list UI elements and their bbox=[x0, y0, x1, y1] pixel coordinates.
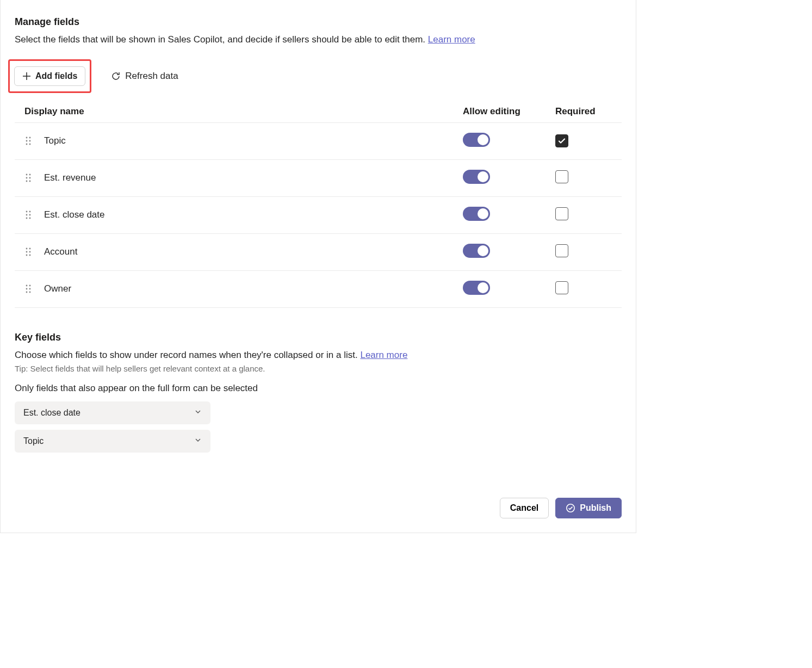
allow-editing-toggle[interactable] bbox=[463, 207, 490, 221]
svg-point-5 bbox=[29, 140, 31, 142]
drag-handle-icon[interactable] bbox=[24, 284, 32, 294]
key-fields-title: Key fields bbox=[15, 332, 622, 343]
svg-point-16 bbox=[26, 214, 28, 216]
key-fields-tip: Tip: Select fields that will help seller… bbox=[15, 364, 622, 373]
key-fields-desc-text: Choose which fields to show under record… bbox=[15, 350, 360, 360]
field-name: Est. close date bbox=[44, 209, 105, 220]
svg-point-15 bbox=[29, 211, 31, 213]
field-name: Owner bbox=[44, 283, 71, 294]
svg-point-10 bbox=[26, 177, 28, 179]
svg-point-12 bbox=[26, 181, 28, 182]
key-fields-desc: Choose which fields to show under record… bbox=[15, 349, 622, 362]
drag-handle-icon[interactable] bbox=[24, 136, 32, 146]
key-learn-more-link[interactable]: Learn more bbox=[360, 350, 407, 360]
chevron-down-icon bbox=[194, 408, 202, 418]
refresh-icon bbox=[111, 71, 121, 81]
svg-point-21 bbox=[29, 248, 31, 250]
manage-fields-title: Manage fields bbox=[15, 16, 622, 28]
manage-learn-more-link[interactable]: Learn more bbox=[428, 34, 475, 45]
chevron-down-icon bbox=[194, 436, 202, 446]
allow-editing-toggle[interactable] bbox=[463, 170, 490, 184]
allow-editing-toggle[interactable] bbox=[463, 133, 490, 147]
table-row: Topic bbox=[15, 122, 622, 159]
drag-handle-icon[interactable] bbox=[24, 210, 32, 220]
svg-point-24 bbox=[26, 255, 28, 256]
svg-point-7 bbox=[29, 144, 31, 145]
svg-point-26 bbox=[26, 285, 28, 287]
required-checkbox[interactable] bbox=[555, 170, 568, 183]
fields-table: Display name Allow editing Required Topi… bbox=[15, 101, 622, 308]
svg-point-13 bbox=[29, 181, 31, 182]
svg-point-9 bbox=[29, 174, 31, 176]
field-name: Est. revenue bbox=[44, 172, 96, 183]
svg-point-17 bbox=[29, 214, 31, 216]
table-row: Est. close date bbox=[15, 196, 622, 233]
svg-point-2 bbox=[26, 137, 28, 139]
cancel-button[interactable]: Cancel bbox=[500, 498, 549, 518]
key-field-value: Est. close date bbox=[23, 408, 80, 418]
svg-point-30 bbox=[26, 292, 28, 293]
manage-fields-desc-text: Select the fields that will be shown in … bbox=[15, 34, 428, 45]
publish-button[interactable]: Publish bbox=[555, 498, 622, 518]
drag-handle-icon[interactable] bbox=[24, 173, 32, 183]
svg-point-6 bbox=[26, 144, 28, 145]
table-row: Owner bbox=[15, 270, 622, 307]
svg-point-29 bbox=[29, 288, 31, 290]
required-checkbox[interactable] bbox=[555, 244, 568, 257]
manage-fields-desc: Select the fields that will be shown in … bbox=[15, 33, 622, 46]
publish-label: Publish bbox=[580, 503, 611, 513]
svg-point-19 bbox=[29, 218, 31, 219]
required-checkbox[interactable] bbox=[555, 281, 568, 294]
svg-point-22 bbox=[26, 251, 28, 253]
table-row: Account bbox=[15, 233, 622, 270]
required-checkbox[interactable] bbox=[555, 134, 568, 147]
table-row: Est. revenue bbox=[15, 159, 622, 196]
svg-point-8 bbox=[26, 174, 28, 176]
key-field-select[interactable]: Topic bbox=[15, 430, 210, 453]
key-field-value: Topic bbox=[23, 436, 44, 446]
svg-point-4 bbox=[26, 140, 28, 142]
plus-icon bbox=[22, 72, 31, 81]
svg-point-14 bbox=[26, 211, 28, 213]
svg-point-20 bbox=[26, 248, 28, 250]
settings-panel: Manage fields Select the fields that wil… bbox=[0, 0, 636, 533]
svg-point-18 bbox=[26, 218, 28, 219]
footer-actions: Cancel Publish bbox=[500, 498, 622, 518]
svg-point-28 bbox=[26, 288, 28, 290]
field-name: Topic bbox=[44, 135, 66, 146]
col-required: Required bbox=[546, 101, 622, 123]
col-allow-editing: Allow editing bbox=[453, 101, 546, 123]
col-display-name: Display name bbox=[15, 101, 453, 123]
required-checkbox[interactable] bbox=[555, 207, 568, 220]
svg-point-23 bbox=[29, 251, 31, 253]
add-fields-highlight: Add fields bbox=[8, 59, 91, 93]
fields-toolbar: Add fields Refresh data bbox=[15, 59, 622, 93]
allow-editing-toggle[interactable] bbox=[463, 281, 490, 295]
svg-point-31 bbox=[29, 292, 31, 293]
refresh-data-label: Refresh data bbox=[125, 71, 178, 82]
add-fields-label: Add fields bbox=[35, 71, 77, 81]
allow-editing-toggle[interactable] bbox=[463, 244, 490, 258]
field-name: Account bbox=[44, 246, 77, 257]
check-circle-icon bbox=[566, 503, 575, 513]
drag-handle-icon[interactable] bbox=[24, 247, 32, 257]
key-fields-section: Key fields Choose which fields to show u… bbox=[15, 332, 622, 453]
svg-point-3 bbox=[29, 137, 31, 139]
svg-point-25 bbox=[29, 255, 31, 256]
key-field-select[interactable]: Est. close date bbox=[15, 401, 210, 424]
svg-point-11 bbox=[29, 177, 31, 179]
key-fields-note: Only fields that also appear on the full… bbox=[15, 383, 622, 394]
svg-point-27 bbox=[29, 285, 31, 287]
add-fields-button[interactable]: Add fields bbox=[14, 66, 85, 86]
refresh-data-button[interactable]: Refresh data bbox=[103, 66, 185, 86]
